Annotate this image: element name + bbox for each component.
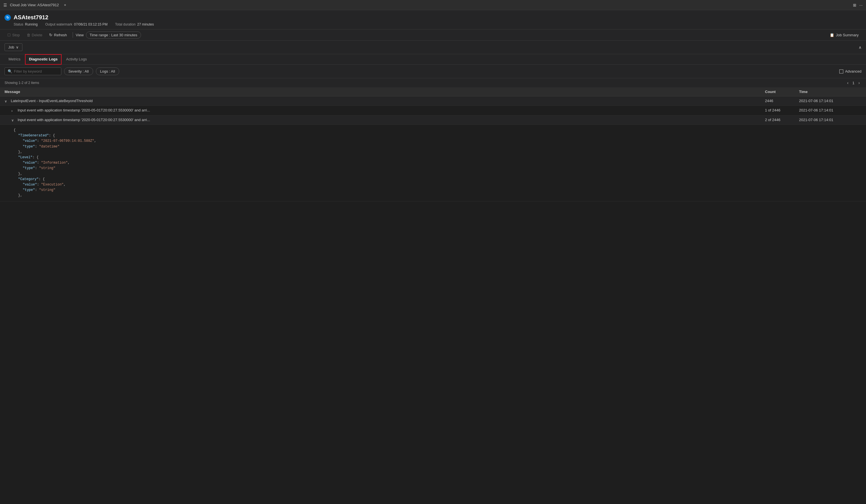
collapse-icon[interactable]: ∧ bbox=[859, 45, 862, 49]
app-meta: Status Running Output watermark 07/06/21… bbox=[4, 22, 862, 26]
total-duration-label: Total duration bbox=[115, 22, 136, 26]
title-bar: ☰ Cloud Job View: ASAtest7912 × ⊞ ··· bbox=[0, 0, 866, 10]
json-line: }, bbox=[14, 149, 862, 155]
json-line: }, bbox=[14, 193, 862, 198]
toolbar-right: 📋 Job Summary bbox=[827, 32, 862, 38]
filter-search-box[interactable]: 🔍 bbox=[4, 67, 61, 75]
next-page-button[interactable]: › bbox=[857, 80, 862, 86]
message-cell: ∨ LateInputEvent - InputEventLateBeyondT… bbox=[4, 99, 765, 103]
app-name: ASAtest7912 bbox=[14, 14, 48, 21]
count-cell: 1 of 2446 bbox=[765, 108, 799, 112]
title-text: Cloud Job View: ASAtest7912 bbox=[10, 3, 59, 7]
more-icon[interactable]: ··· bbox=[859, 3, 863, 7]
json-line: }, bbox=[14, 171, 862, 177]
advanced-button[interactable]: Advanced bbox=[839, 69, 862, 74]
title-bar-right: ⊞ ··· bbox=[853, 3, 863, 7]
message-text: LateInputEvent - InputEventLateBeyondThr… bbox=[11, 99, 92, 103]
count-cell: 2446 bbox=[765, 99, 799, 103]
prev-page-button[interactable]: ‹ bbox=[845, 80, 850, 86]
result-count-text: Showing 1-2 of 2 items bbox=[4, 81, 39, 85]
json-line: "value": "Information", bbox=[14, 160, 862, 166]
section-header: Job ∨ ∧ bbox=[0, 41, 866, 54]
title-bar-left: ☰ Cloud Job View: ASAtest7912 × bbox=[3, 3, 66, 7]
table-row: ∨ Input event with application timestamp… bbox=[0, 115, 866, 125]
output-watermark-label: Output watermark bbox=[45, 22, 72, 26]
message-cell: › Input event with application timestamp… bbox=[11, 108, 765, 113]
app-title-row: ↻ ASAtest7912 bbox=[4, 14, 862, 21]
json-line: "Level": { bbox=[14, 155, 862, 160]
collapse-row-icon[interactable]: ∨ bbox=[11, 118, 15, 122]
tabs: Metrics Diagnostic Logs Activity Logs bbox=[0, 54, 866, 65]
time-range-button[interactable]: Time range : Last 30 minutes bbox=[86, 32, 141, 38]
time-cell: 2021-07-06 17:14:01 bbox=[799, 108, 862, 112]
severity-filter-button[interactable]: Severity : All bbox=[64, 67, 93, 75]
count-column-header: Count bbox=[765, 90, 799, 94]
collapse-row-icon[interactable]: ∨ bbox=[4, 99, 9, 103]
json-line: "type": "datetime" bbox=[14, 144, 862, 149]
refresh-icon: ↻ bbox=[49, 33, 53, 37]
advanced-icon bbox=[839, 69, 843, 74]
chevron-down-icon: ∨ bbox=[16, 45, 19, 49]
delete-button[interactable]: 🗑 Delete bbox=[24, 32, 45, 38]
table-header: Message Count Time bbox=[0, 87, 866, 97]
status-value: Running bbox=[25, 22, 38, 26]
app-icon: ↻ bbox=[4, 14, 11, 21]
total-duration-value: 27 minutes bbox=[137, 22, 154, 26]
time-cell: 2021-07-06 17:14:01 bbox=[799, 99, 862, 103]
time-column-header: Time bbox=[799, 90, 862, 94]
message-text: Input event with application timestamp '… bbox=[18, 108, 150, 112]
tab-metrics[interactable]: Metrics bbox=[4, 54, 24, 65]
hamburger-icon[interactable]: ☰ bbox=[3, 3, 7, 7]
toolbar-separator bbox=[73, 32, 73, 38]
json-line: "value": "Execution", bbox=[14, 182, 862, 188]
main-content: Job ∨ ∧ Metrics Diagnostic Logs Activity… bbox=[0, 41, 866, 501]
json-line: "TimeGenerated": { bbox=[14, 133, 862, 138]
json-detail: { "TimeGenerated": { "value": "2021-07-0… bbox=[0, 125, 866, 201]
job-dropdown[interactable]: Job ∨ bbox=[4, 43, 22, 51]
tab-diagnostic-logs[interactable]: Diagnostic Logs bbox=[25, 54, 62, 65]
output-watermark-value: 07/06/21 03:12:15 PM bbox=[74, 22, 108, 26]
message-text: Input event with application timestamp '… bbox=[18, 118, 150, 122]
count-cell: 2 of 2446 bbox=[765, 118, 799, 122]
job-summary-button[interactable]: 📋 Job Summary bbox=[827, 32, 862, 38]
job-summary-icon: 📋 bbox=[830, 33, 834, 37]
message-column-header: Message bbox=[4, 90, 765, 94]
log-table: Message Count Time ∨ LateInputEvent - In… bbox=[0, 87, 866, 201]
app-header: ↻ ASAtest7912 Status Running Output wate… bbox=[0, 10, 866, 30]
tab-activity-logs[interactable]: Activity Logs bbox=[62, 54, 91, 65]
filter-bar: 🔍 Severity : All Logs : All Advanced bbox=[0, 65, 866, 78]
result-count-bar: Showing 1-2 of 2 items ‹ 1 › bbox=[0, 78, 866, 87]
status-label: Status bbox=[14, 22, 23, 26]
stop-icon: ☐ bbox=[7, 33, 11, 37]
json-line: "value": "2021-07-06T09:14:01.588Z", bbox=[14, 138, 862, 144]
json-line: "Category": { bbox=[14, 177, 862, 182]
message-cell: ∨ Input event with application timestamp… bbox=[11, 118, 765, 122]
json-line: "type": "string" bbox=[14, 188, 862, 193]
refresh-button[interactable]: ↻ Refresh bbox=[46, 31, 70, 38]
delete-icon: 🗑 bbox=[27, 33, 30, 37]
expand-row-icon[interactable]: › bbox=[11, 109, 15, 113]
close-icon[interactable]: × bbox=[64, 3, 66, 7]
toolbar: ☐ Stop 🗑 Delete ↻ Refresh View Time rang… bbox=[0, 30, 866, 41]
pagination: ‹ 1 › bbox=[845, 80, 862, 86]
time-cell: 2021-07-06 17:14:01 bbox=[799, 118, 862, 122]
logs-filter-button[interactable]: Logs : All bbox=[96, 67, 120, 75]
layout-icon[interactable]: ⊞ bbox=[853, 3, 856, 7]
view-label: View bbox=[76, 33, 84, 37]
json-line: { bbox=[14, 127, 862, 133]
stop-button[interactable]: ☐ Stop bbox=[4, 32, 23, 38]
json-line: "type": "string" bbox=[14, 166, 862, 171]
table-row: › Input event with application timestamp… bbox=[0, 106, 866, 115]
search-icon: 🔍 bbox=[8, 69, 12, 74]
table-row: ∨ LateInputEvent - InputEventLateBeyondT… bbox=[0, 97, 866, 106]
page-number: 1 bbox=[852, 81, 854, 85]
search-input[interactable] bbox=[14, 69, 58, 74]
